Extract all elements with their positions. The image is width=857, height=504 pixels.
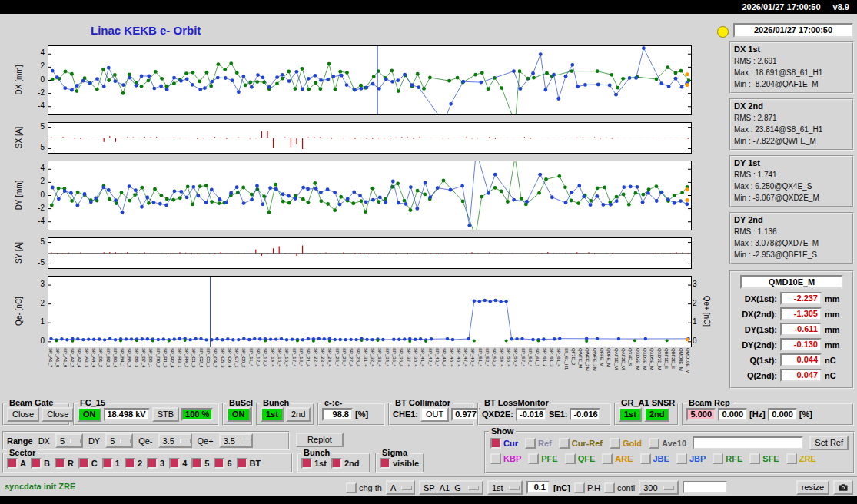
busel-on-button[interactable]: ON [227,407,251,422]
monitor-dropdown[interactable]: SP_A1_G [419,480,483,495]
checkbox-label: SFE [762,454,779,463]
checkbox-icon [525,438,536,449]
x-axis-label: SP_A3_3 [84,348,89,393]
bunch-select-checkbox-2nd[interactable]: 2nd [331,458,360,469]
fc15-stb-button[interactable]: STB [152,407,179,422]
bunch-1st-button[interactable]: 1st [261,407,284,422]
sector-dropdown-value: A [390,483,396,492]
x-axis-label: SP_48_4 [470,348,475,393]
set-ref-button[interactable]: Set Ref [809,436,849,450]
y-tick-label: -2 [29,88,45,97]
x-axis-label: SP_B3_4 [112,348,118,393]
gr-a1-1st-button[interactable]: 1st [619,407,642,422]
bt-lossmonitor-group: BT LossMonitor QXD2E: -0.016 SE1: -0.016 [477,403,611,426]
show-checkbox-gold[interactable]: Gold [610,438,642,449]
checkbox-icon [610,438,620,449]
sector-checkbox-6[interactable]: 6 [214,458,231,469]
rate-dropdown[interactable]: 300 [639,480,679,495]
y-axis-title: SY [A] [15,241,23,263]
x-axis-label: SP_R1_3 [162,348,168,393]
show-checkbox-ave10[interactable]: Ave10 [649,438,686,449]
monitor-row: DY(2nd):-0.130mm [734,338,849,351]
sector-checkbox-3[interactable]: 3 [147,458,164,469]
range-qem-dropdown[interactable]: 3.5 [158,433,192,448]
monitor-title[interactable]: QMD10E_M [740,275,843,289]
checkbox-label: 1 [115,459,120,468]
beam-gate-close-button-2[interactable]: Close [42,407,74,422]
x-axis-label: SP_25_4 [334,348,340,393]
show-checkbox-qfe[interactable]: QFE [565,453,596,464]
show-checkbox-cur[interactable]: Cur [490,438,518,449]
y-tick-label-right: 3 [693,280,708,288]
che1-out-button[interactable]: OUT [420,407,449,422]
aux-input[interactable] [683,481,727,494]
checkbox-icon [713,453,723,464]
bunch-dropdown[interactable]: 1st [487,480,523,495]
x-axis-label: QFFE_M [599,348,604,393]
show-checkbox-jbe[interactable]: JBE [640,453,669,464]
checkbox-label: JBE [653,454,669,463]
show-checkbox-cur-ref[interactable]: Cur-Ref [559,438,603,449]
sector-checkbox-4[interactable]: 4 [169,458,187,469]
show-checkbox-zre[interactable]: ZRE [786,453,816,464]
checkbox-icon [102,458,113,469]
show-checkbox-pfe[interactable]: PFE [528,453,557,464]
sector-checkbox-c[interactable]: C [78,458,98,469]
screenshot-button[interactable] [833,480,853,495]
x-axis-label: SP_C1_3 [191,348,196,393]
y-tick-label: 1 [29,317,45,326]
beam-gate-close-button-1[interactable]: Close [7,407,39,422]
show-checkbox-sfe[interactable]: SFE [749,453,779,464]
sector-checkbox-2[interactable]: 2 [125,458,142,469]
show-checkbox-are[interactable]: ARE [602,453,633,464]
monitor-row: DX(1st):-2.237mm [734,292,849,305]
show-checkbox-ref[interactable]: Ref [525,438,552,449]
camera-icon [839,483,848,492]
range-dx-dropdown[interactable]: 5 [55,433,83,448]
sector-checkbox-r[interactable]: R [55,458,74,469]
range-qep-dropdown[interactable]: 3.5 [219,433,253,448]
fc15-percent-display: 100 % [181,408,213,421]
stat-row: RMS : 1.741 [734,169,849,181]
sector-checkbox-5[interactable]: 5 [191,458,209,469]
checkbox-icon [301,458,312,469]
sigma-group-label: Sigma [380,448,410,457]
checkbox-icon [31,458,42,469]
bunch-dropdown-value: 1st [492,483,503,492]
stat-group-title: DX 2nd [734,101,849,112]
replot-button[interactable]: Replot [296,433,344,447]
y-tick-label: -2 [29,204,45,212]
gr-a1-2nd-button[interactable]: 2nd [644,407,670,422]
checkbox-label: ARE [615,454,633,463]
checkbox-icon [640,453,651,464]
x-axis-label: QDFE_M [606,348,611,393]
chg-th-checkbox[interactable]: chg th [346,482,382,493]
ph-checkbox[interactable]: P.H [574,482,600,493]
bunch-select-group: Bunch 1st2nd [297,453,370,473]
show-checkbox-rfe[interactable]: RFE [713,453,742,464]
bunch-2nd-button[interactable]: 2nd [286,407,311,422]
timestamp-display: 2026/01/27 17:00:50 [733,23,853,38]
sector-checkbox-bt[interactable]: BT [237,458,261,469]
show-checkbox-jbp[interactable]: JBP [676,453,706,464]
resize-button[interactable]: resize [796,480,829,495]
range-dy-dropdown[interactable]: 5 [105,433,133,448]
monitor-box: QMD10E_M DX(1st):-2.237mmDX(2nd):-1.305m… [729,270,854,389]
sector-checkbox-1[interactable]: 1 [102,458,120,469]
gr-a1-snsr-group-label: GR_A1 SNSR [619,398,677,407]
show-checkbox-kbp[interactable]: KBP [490,453,521,464]
fc15-on-button[interactable]: ON [78,407,101,422]
stat-row: Max : 23.814@S8_61_H1 [734,124,849,135]
top-version: v8.9 [833,2,849,12]
sigma-checkbox-visible[interactable]: visible [380,458,419,469]
x-axis-label: SP_23_4 [320,348,325,393]
conti-checkbox[interactable]: conti [604,482,635,493]
y-tick-label-right: 0 [693,337,708,345]
x-axis-label: SP_61_1 [534,348,540,393]
ref-name-input[interactable] [693,436,803,449]
sector-checkbox-a[interactable]: A [7,458,26,469]
bunch-select-checkbox-1st[interactable]: 1st [301,458,327,469]
sector-dropdown[interactable]: A [386,480,415,495]
stat-row: Max : 3.078@QXD7E_M [734,237,849,249]
sector-checkbox-b[interactable]: B [31,458,50,469]
